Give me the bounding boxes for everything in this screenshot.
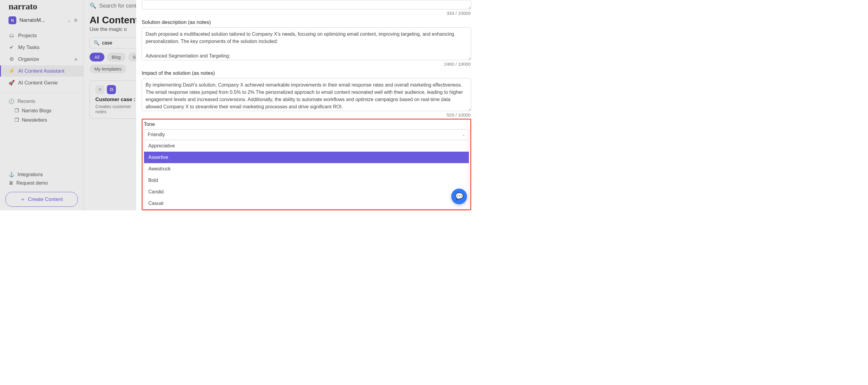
- tone-option-candid[interactable]: Candid: [144, 186, 469, 198]
- tone-option-awestruck[interactable]: Awestruck: [144, 163, 469, 175]
- tone-options-list: Appreciative Assertive Awestruck Bold Ca…: [144, 140, 469, 209]
- impact-textarea[interactable]: [142, 78, 471, 111]
- chat-icon: 💬: [455, 192, 463, 200]
- tone-dropdown: Friendly ⌄ Appreciative Assertive Awestr…: [144, 129, 469, 209]
- chevron-down-icon: ⌄: [462, 132, 465, 137]
- tone-label: Tone: [144, 121, 469, 127]
- textarea-top[interactable]: [142, 0, 471, 9]
- tone-option-assertive[interactable]: Assertive: [144, 152, 469, 163]
- tone-select[interactable]: Friendly ⌄: [144, 129, 469, 140]
- tone-selected: Friendly: [148, 132, 165, 138]
- impact-label: Impact of the solution (as notes): [142, 70, 471, 76]
- panel: 333 / 10000 Solution description (as not…: [136, 0, 474, 210]
- tone-option-appreciative[interactable]: Appreciative: [144, 140, 469, 152]
- counter-impact: 520 / 10000: [142, 112, 471, 117]
- chat-fab[interactable]: 💬: [451, 188, 467, 204]
- solution-textarea[interactable]: [142, 27, 471, 60]
- tone-option-bold[interactable]: Bold: [144, 175, 469, 186]
- solution-label: Solution description (as notes): [142, 19, 471, 25]
- counter-solution: 2460 / 10000: [142, 61, 471, 67]
- tone-highlight-box: Tone Friendly ⌄ Appreciative Assertive A…: [142, 119, 471, 210]
- tone-option-casual[interactable]: Casual: [144, 198, 469, 209]
- counter-top: 333 / 10000: [142, 10, 471, 16]
